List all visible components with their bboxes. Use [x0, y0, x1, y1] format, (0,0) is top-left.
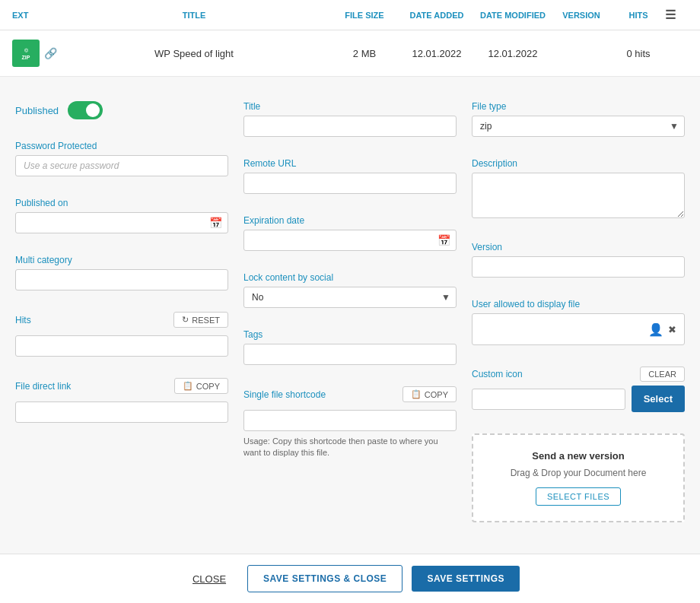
file-datemodified-cell: 12.01.2022: [475, 48, 551, 59]
file-type-select-wrapper: zip pdf doc ▼: [472, 116, 685, 137]
tags-field[interactable]: [243, 344, 457, 365]
remove-user-icon[interactable]: ✖: [668, 324, 676, 335]
tags-section: Tags: [243, 329, 457, 365]
table-header: EXT TITLE FILE SIZE DATE ADDED DATE MODI…: [0, 0, 700, 30]
reset-icon: ↻: [182, 315, 189, 325]
lock-content-select-wrapper: No Yes ▼: [243, 287, 457, 308]
col-header-filesize: FILE SIZE: [330, 11, 399, 20]
custom-icon-row: Select: [472, 386, 685, 412]
page-wrapper: EXT TITLE FILE SIZE DATE ADDED DATE MODI…: [0, 0, 700, 603]
col-header-dateadded: DATE ADDED: [399, 11, 475, 20]
published-on-section: Published on January 12, 2022 7:17 am 📅: [15, 198, 228, 233]
file-direct-link-section: File direct link 📋 COPY com/download/325…: [15, 378, 228, 423]
shortcode-field[interactable]: [wpfd_single_file id="2870" catid="325" …: [243, 410, 457, 431]
file-size-cell: 2 MB: [330, 48, 399, 59]
custom-icon-section: Custom icon CLEAR Select: [472, 367, 685, 412]
file-type-label: File type: [472, 101, 685, 112]
remote-url-label: Remote URL: [243, 158, 457, 169]
toggle-slider: [68, 101, 103, 119]
clear-button[interactable]: CLEAR: [640, 367, 685, 382]
reset-label: RESET: [192, 316, 220, 325]
dropzone-sub: Drag & Drop your Document here: [488, 468, 668, 478]
hits-label: Hits: [15, 315, 31, 325]
calendar-icon[interactable]: 📅: [209, 217, 222, 229]
published-on-label: Published on: [15, 198, 228, 208]
col-header-version: VERSION: [551, 11, 612, 20]
description-label: Description: [472, 158, 685, 169]
title-label: Title: [243, 101, 457, 112]
user-icon: 👤: [648, 322, 663, 337]
multi-category-label: Multi category: [15, 255, 228, 265]
expiration-date-field[interactable]: [243, 230, 457, 251]
select-files-button[interactable]: SELECT FILES: [536, 487, 621, 506]
password-section: Password Protected: [15, 141, 228, 176]
lock-content-select[interactable]: No Yes: [243, 287, 457, 308]
col-header-title: TITLE: [58, 11, 330, 20]
remote-url-section: Remote URL https://downloads.wordpress.o…: [243, 158, 457, 194]
published-on-input-wrapper: January 12, 2022 7:17 am 📅: [15, 212, 228, 233]
published-label: Published: [15, 105, 59, 116]
save-settings-button[interactable]: SAVE SETTINGS: [412, 566, 520, 592]
copy-icon-1: 📋: [183, 381, 193, 391]
file-hits-cell: 0 hits: [612, 48, 665, 59]
user-allowed-label: User allowed to display file: [472, 299, 685, 309]
file-direct-link-field[interactable]: com/download/325/new-category-3/2870/lig…: [15, 401, 228, 423]
file-direct-link-header: File direct link 📋 COPY: [15, 378, 228, 394]
close-button[interactable]: CLOSE: [180, 566, 238, 592]
middle-column: Title WP Speed of light Remote URL https…: [243, 101, 457, 522]
lock-content-label: Lock content by social: [243, 272, 457, 283]
hits-section: Hits ↻ RESET 0: [15, 312, 228, 357]
dropzone-title: Send a new version: [488, 450, 668, 462]
col-header-hits: HITS: [612, 11, 665, 20]
expiration-date-section: Expiration date 📅: [243, 215, 457, 251]
reset-button[interactable]: ↻ RESET: [173, 312, 228, 328]
expiration-date-label: Expiration date: [243, 215, 457, 226]
file-direct-link-label: File direct link: [15, 381, 71, 392]
file-ext-cell: Ⓒ ZIP 🔗: [12, 40, 58, 67]
multi-category-section: Multi category Additional categories: [15, 255, 228, 290]
save-settings-close-button[interactable]: SAVE SETTINGS & CLOSE: [247, 565, 402, 592]
copy-icon-2: 📋: [411, 389, 422, 399]
col-header-ext: EXT: [12, 11, 58, 20]
file-row: Ⓒ ZIP 🔗 WP Speed of light 2 MB 12.01.202…: [0, 30, 700, 77]
user-allowed-section: User allowed to display file 👤 ✖: [472, 299, 685, 345]
file-dateadded-cell: 12.01.2022: [399, 48, 475, 59]
copy-button-2[interactable]: 📋 COPY: [402, 386, 457, 402]
select-button[interactable]: Select: [632, 386, 685, 412]
copy-button-1[interactable]: 📋 COPY: [174, 378, 228, 394]
published-on-field[interactable]: January 12, 2022 7:17 am: [15, 212, 228, 233]
left-column: Published Password Protected Published o…: [15, 101, 228, 522]
single-file-shortcode-section: Single file shortcode 📋 COPY [wpfd_singl…: [243, 386, 457, 459]
custom-icon-header-row: Custom icon CLEAR: [472, 367, 685, 382]
file-title-cell: WP Speed of light: [58, 48, 330, 59]
filter-icon: ☰: [665, 8, 676, 21]
expiration-calendar-icon[interactable]: 📅: [438, 234, 450, 246]
version-label: Version: [472, 242, 685, 252]
copy-label-1: COPY: [196, 382, 220, 391]
shortcode-header-row: Single file shortcode 📋 COPY: [243, 386, 457, 402]
description-section: Description: [472, 158, 685, 221]
description-field[interactable]: [472, 173, 685, 218]
published-section: Published: [15, 101, 228, 119]
version-field[interactable]: [472, 256, 685, 278]
version-section: Version: [472, 242, 685, 278]
file-type-section: File type zip pdf doc ▼: [472, 101, 685, 137]
published-toggle[interactable]: [68, 101, 103, 119]
remote-url-field[interactable]: https://downloads.wordpress.org/plugin/w…: [243, 173, 457, 194]
title-field[interactable]: WP Speed of light: [243, 116, 457, 137]
filter-icon-area[interactable]: ☰: [665, 8, 688, 22]
svg-text:ZIP: ZIP: [22, 55, 30, 60]
multi-category-field[interactable]: Additional categories: [15, 269, 228, 290]
shortcode-label: Single file shortcode: [243, 389, 326, 400]
form-columns: Published Password Protected Published o…: [15, 89, 685, 535]
zip-badge: Ⓒ ZIP: [12, 40, 40, 67]
custom-icon-field[interactable]: [472, 389, 625, 410]
dropzone: Send a new version Drag & Drop your Docu…: [472, 433, 685, 522]
link-icon[interactable]: 🔗: [44, 47, 57, 59]
hits-field[interactable]: 0: [15, 335, 228, 357]
lock-content-section: Lock content by social No Yes ▼: [243, 272, 457, 308]
user-display-field: 👤 ✖: [472, 313, 685, 345]
password-field[interactable]: [15, 155, 228, 176]
copy-label-2: COPY: [425, 390, 448, 399]
file-type-select[interactable]: zip pdf doc: [472, 116, 685, 137]
